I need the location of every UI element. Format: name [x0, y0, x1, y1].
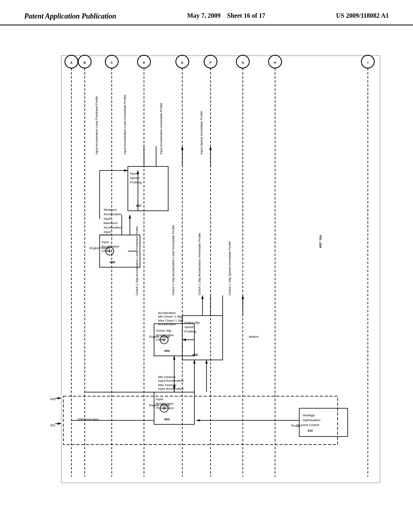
node-G: G — [242, 61, 244, 64]
label-450: 450 — [50, 397, 56, 401]
clutch1-accel-imm-label: Clutch 1 Slip Acceleration Immediate Pro… — [198, 233, 201, 295]
min-clutch-accel-label: Acceleration — [158, 311, 176, 315]
input-accel-lead-imm-label: Input Acceleration Lead Immediate Profil… — [123, 94, 127, 154]
box-455-label1: Clutch Slip — [184, 321, 200, 324]
input-accel-min-label2: Acceleration — [104, 212, 121, 216]
max-desired-label: Max Desired — [158, 383, 176, 387]
box-455-label2: Speed — [184, 325, 194, 329]
node-D: D — [143, 61, 145, 64]
engine-torque-label-453: Engine Torque — [149, 403, 170, 407]
header-center: May 7, 2009 Sheet 16 of 17 — [187, 12, 265, 19]
label-454: 454 — [164, 349, 170, 353]
clutch1-lead-imm-label: Clutch 1 Slip Acceleration Lead Immediat… — [171, 224, 175, 295]
input-accel-max-label: Input — [104, 230, 111, 234]
node-F: F — [210, 61, 212, 64]
input-accel-max-label2: Acceleration — [104, 226, 121, 229]
input-accel-max-label3: Maximum — [104, 221, 118, 225]
node-E: E — [181, 61, 184, 64]
publication-title: Patent Application Publication — [24, 12, 116, 21]
strategic-opt-label1: Strategic — [302, 414, 315, 417]
label-457: 457 — [136, 204, 142, 208]
label-455: 455 — [192, 353, 198, 357]
patent-number: US 2009/118082 A1 — [336, 12, 389, 19]
box-457-label3: Profiling — [130, 181, 142, 184]
max-clutch-label: Max Clutch 1 Slip — [158, 319, 184, 322]
n1-des-label: N₁ DES — [291, 424, 302, 427]
node-C: C — [111, 61, 113, 64]
label-451: 451 — [50, 424, 56, 427]
page-header: Patent Application Publication May 7, 20… — [0, 0, 413, 25]
max-clutch-accel-label: Acceleration — [158, 322, 176, 326]
fig-label: FIG. 18A — [319, 235, 322, 248]
clutch1-lead-pred-label: Clutch 1 Slip Acceleration Lead Predicte… — [135, 226, 139, 295]
min-clutch-label: Min Clutch 1 Slip — [158, 315, 183, 318]
strategic-opt-box — [299, 408, 348, 436]
diagram-area: A B C D E F G H I 451 Shift Execution 45… — [0, 25, 413, 517]
strategic-opt-label3: and Control — [302, 423, 319, 427]
box-455-label3: Profiling — [184, 330, 196, 333]
engine-torque-label-454: Engine Torque — [149, 335, 170, 339]
max-desired-input-label: Input Acceleration — [158, 387, 184, 391]
clutch1-speed-imm-label: Clutch 1 Slip Speed Immediate Profile — [228, 241, 232, 295]
min-desired-input-label: Input Acceleration — [158, 379, 184, 382]
patent-diagram: A B C D E F G H I 451 Shift Execution 45… — [8, 33, 405, 509]
box-454-label1: Clutch Slip — [156, 329, 172, 332]
node-I: I — [367, 61, 368, 64]
box-456-label1: Input — [102, 240, 109, 244]
label-310: 310 — [307, 429, 313, 432]
label-453: 453 — [164, 418, 170, 421]
input-accel-min-label3: Minimum — [104, 208, 117, 212]
strategic-opt-label2: Optimization — [302, 418, 320, 422]
node-A: A — [70, 61, 73, 64]
min-desired-label: Min Desired — [158, 375, 175, 379]
engine-torque-label-456: Engine Torque — [90, 246, 111, 250]
sheet-info: Sheet 16 of 17 — [227, 12, 265, 19]
box-453-label1: Input — [156, 397, 164, 401]
motors-label: Motors — [249, 335, 259, 339]
input-accel-min-label: Input — [104, 217, 111, 220]
label-456: 456 — [109, 260, 115, 264]
outer-boundary — [61, 56, 380, 483]
input-accel-imm-label: Input Acceleration Immediate Profile — [159, 102, 163, 154]
input-accel-lead-pred-label: Input Acceleration Lead Predicted Profil… — [95, 96, 98, 154]
node-B: B — [83, 61, 86, 64]
box-457-label1: Input — [130, 172, 138, 175]
input-speed-imm-label: Input Speed Immediate Profile — [200, 111, 203, 154]
node-H: H — [274, 61, 276, 64]
publication-date: May 7, 2009 — [187, 12, 221, 19]
